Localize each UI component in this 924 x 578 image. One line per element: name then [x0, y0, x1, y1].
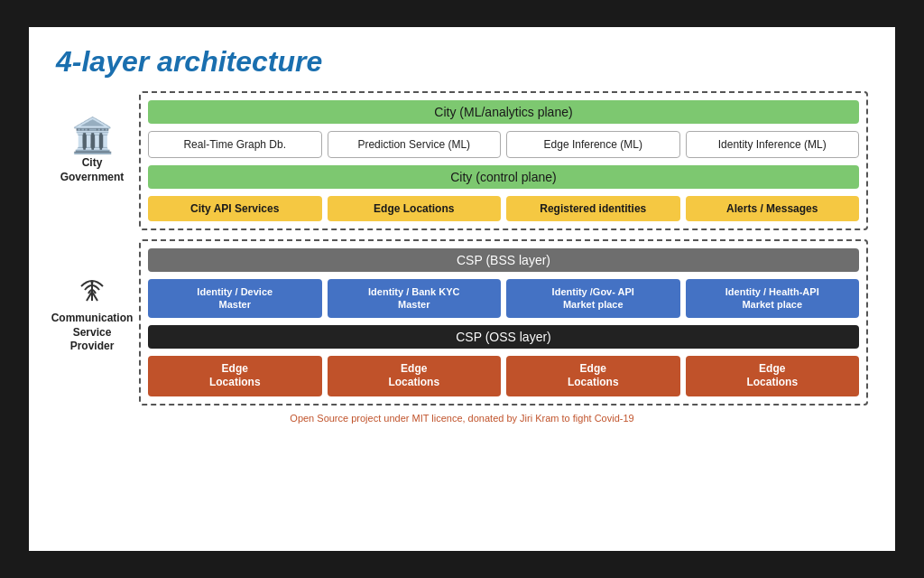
city-dashed-box: City (ML/analytics plane) Real-Time Grap…	[139, 91, 868, 230]
white-boxes-row: Real-Time Graph Db. Prediction Service (…	[148, 131, 859, 158]
bss-bar: CSP (BSS layer)	[148, 248, 859, 272]
blue-box-3: Identity / Health-APIMarket place	[686, 279, 860, 318]
yellow-box-3: Alerts / Messages	[686, 196, 860, 221]
blue-boxes-row: Identity / DeviceMaster Identity / Bank …	[148, 279, 859, 318]
white-box-3: Identity Inference (ML)	[686, 131, 860, 158]
yellow-boxes-row: City API Services Edge Locations Registe…	[148, 196, 859, 221]
orange-box-2: EdgeLocations	[506, 356, 680, 396]
svg-point-3	[91, 282, 94, 284]
yellow-box-0: City API Services	[148, 196, 322, 221]
blue-box-2: Identity /Gov- APIMarket place	[506, 279, 680, 318]
orange-box-3: EdgeLocations	[686, 356, 860, 396]
csp-dashed-box: CSP (BSS layer) Identity / DeviceMaster …	[139, 239, 868, 406]
page-title: 4-layer architecture	[56, 45, 868, 79]
orange-box-1: EdgeLocations	[328, 356, 502, 396]
orange-boxes-row: EdgeLocations EdgeLocations EdgeLocation…	[148, 356, 859, 396]
yellow-box-2: Registered identities	[506, 196, 680, 221]
yellow-box-1: Edge Locations	[328, 196, 502, 221]
analytics-bar: City (ML/analytics plane)	[148, 100, 859, 124]
control-bar: City (control plane)	[148, 165, 859, 189]
government-icon: 🏛️	[71, 118, 114, 153]
footer-text: Open Source project under MIT licence, d…	[56, 413, 868, 424]
city-label-text: CityGovernment	[60, 156, 125, 184]
city-label: 🏛️ CityGovernment	[56, 91, 128, 184]
city-section: 🏛️ CityGovernment City (ML/analytics pla…	[56, 91, 868, 230]
white-box-0: Real-Time Graph Db.	[148, 131, 322, 158]
content-area: 🏛️ CityGovernment City (ML/analytics pla…	[56, 91, 868, 406]
oss-bar: CSP (OSS layer)	[148, 325, 859, 349]
orange-box-0: EdgeLocations	[148, 356, 322, 396]
white-box-1: Prediction Service (ML)	[328, 131, 502, 158]
csp-section: CommunicationServiceProvider CSP (BSS la…	[56, 239, 868, 406]
slide: 4-layer architecture 🏛️ CityGovernment C…	[29, 27, 895, 551]
blue-box-1: Identity / Bank KYCMaster	[328, 279, 502, 318]
white-box-2: Edge Inference (ML)	[506, 131, 680, 158]
csp-label: CommunicationServiceProvider	[56, 239, 128, 354]
wifi-icon	[74, 266, 110, 310]
blue-box-0: Identity / DeviceMaster	[148, 279, 322, 318]
csp-label-text: CommunicationServiceProvider	[51, 312, 134, 354]
